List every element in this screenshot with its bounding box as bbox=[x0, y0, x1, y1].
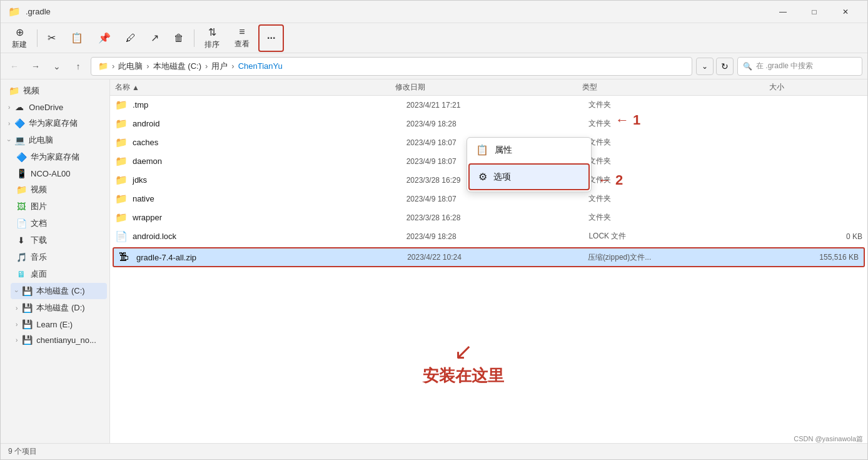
col-header-type[interactable]: 类型 bbox=[582, 82, 769, 93]
view-button[interactable]: ≡ 查看 bbox=[228, 26, 256, 51]
sidebar-item-label: 图片 bbox=[31, 201, 47, 212]
file-date: 2023/4/9 18:07 bbox=[406, 157, 589, 166]
search-box[interactable]: 🔍 在 .gradle 中搜索 bbox=[737, 57, 862, 76]
sidebar-item-label: Learn (E:) bbox=[36, 320, 73, 329]
file-row-native[interactable]: 📁 native 2023/4/9 18:07 文件夹 bbox=[110, 190, 867, 208]
sidebar-item-video2[interactable]: 📁 视频 bbox=[11, 181, 107, 198]
sort-button[interactable]: ⇅ 排序 bbox=[198, 26, 226, 51]
minimize-button[interactable]: — bbox=[769, 1, 797, 23]
address-folder-icon: 📁 bbox=[98, 61, 108, 71]
file-name: native bbox=[133, 194, 406, 203]
refresh-button[interactable]: ↻ bbox=[716, 58, 734, 75]
sort-icon: ⇅ bbox=[208, 26, 216, 38]
cut-icon: ✂ bbox=[48, 32, 56, 44]
col-header-name[interactable]: 名称 ▲ bbox=[115, 82, 395, 93]
file-type: 压缩(zipped)文件... bbox=[588, 252, 769, 263]
sidebar-item-onedrive[interactable]: › ☁ OneDrive bbox=[3, 100, 107, 115]
sort-asc-icon: ▲ bbox=[132, 83, 139, 92]
col-header-size[interactable]: 大小 bbox=[769, 82, 862, 93]
file-date: 2023/4/9 18:07 bbox=[406, 195, 589, 203]
file-date: 2023/3/28 16:29 bbox=[406, 176, 589, 185]
sidebar-item-thispc[interactable]: › 💻 此电脑 bbox=[3, 132, 107, 148]
address-bar[interactable]: 📁 › 此电脑 › 本地磁盘 (C:) › 用户 › ChenTianYu bbox=[91, 57, 692, 76]
file-size: 155,516 KB bbox=[769, 253, 859, 262]
address-bar-right: ⌄ ↻ bbox=[696, 58, 734, 75]
thispc-children: 🔷 华为家庭存储 📱 NCO-AL00 📁 视频 🖼 图片 📄 文 bbox=[1, 149, 109, 347]
file-icon: 📄 bbox=[115, 230, 128, 242]
sidebar-item-videos[interactable]: 📁 视频 bbox=[3, 83, 107, 99]
folder-icon: 📁 bbox=[115, 193, 128, 205]
expand-icon: › bbox=[8, 120, 10, 127]
folder-icon: 📁 bbox=[115, 118, 128, 130]
sidebar-item-cdrive[interactable]: › 💾 本地磁盘 (C:) bbox=[11, 283, 107, 299]
sidebar-item-pictures[interactable]: 🖼 图片 bbox=[11, 198, 107, 215]
ddrive-icon: 💾 bbox=[21, 303, 33, 313]
maximize-button[interactable]: □ bbox=[800, 1, 829, 23]
forward-button[interactable]: → bbox=[27, 58, 44, 75]
col-header-date[interactable]: 修改日期 bbox=[395, 82, 582, 93]
sidebar-item-label: 视频 bbox=[23, 85, 39, 96]
copy-button[interactable]: 📋 bbox=[64, 26, 89, 51]
view-label: 查看 bbox=[235, 39, 250, 49]
file-row-gradle-zip[interactable]: 🗜 gradle-7.4-all.zip 2023/4/22 10:24 压缩(… bbox=[113, 247, 865, 267]
sidebar-item-label: 华为家庭存储 bbox=[29, 118, 78, 129]
address-dropdown-button[interactable]: ⌄ bbox=[696, 58, 714, 75]
more-button[interactable]: ··· bbox=[260, 26, 283, 51]
paste-icon: 📌 bbox=[98, 32, 111, 44]
recent-button[interactable]: ⌄ bbox=[48, 58, 66, 75]
paste-button[interactable]: 📌 bbox=[92, 26, 117, 51]
sidebar-item-music[interactable]: 🎵 音乐 bbox=[11, 249, 107, 265]
file-name: .tmp bbox=[133, 100, 406, 110]
new-button[interactable]: ⊕ 新建 bbox=[6, 26, 33, 51]
sidebar-item-chentianyu[interactable]: › 💾 chentianyu_no... bbox=[11, 332, 107, 347]
file-name: android bbox=[133, 119, 406, 128]
sidebar-item-label: chentianyu_no... bbox=[36, 335, 96, 345]
new-icon: ⊕ bbox=[16, 26, 24, 38]
back-button[interactable]: ← bbox=[6, 58, 23, 75]
column-headers: 名称 ▲ 修改日期 类型 大小 bbox=[110, 79, 867, 96]
sidebar-item-huawei2[interactable]: 🔷 华为家庭存储 bbox=[11, 149, 107, 165]
expand-icon: › bbox=[6, 139, 13, 141]
file-row-androidlock[interactable]: 📄 android.lock 2023/4/9 18:28 LOCK 文件 0 … bbox=[110, 227, 867, 246]
window-title: .gradle bbox=[26, 7, 51, 16]
sidebar-item-downloads[interactable]: ⬇ 下载 bbox=[11, 232, 107, 248]
file-row-wrapper[interactable]: 📁 wrapper 2023/3/28 16:28 文件夹 bbox=[110, 208, 867, 227]
nco-icon: 📱 bbox=[16, 168, 27, 178]
sidebar-item-huawei[interactable]: › 🔷 华为家庭存储 bbox=[3, 115, 107, 131]
sidebar-item-desktop[interactable]: 🖥 桌面 bbox=[11, 266, 107, 282]
sidebar-item-docs[interactable]: 📄 文档 bbox=[11, 215, 107, 232]
file-date: 2023/4/9 18:28 bbox=[406, 120, 589, 128]
file-row-caches[interactable]: 📁 caches 2023/4/9 18:07 文件夹 bbox=[110, 133, 867, 152]
delete-button[interactable]: 🗑 bbox=[168, 26, 190, 51]
file-row-android[interactable]: 📁 android 2023/4/9 18:28 文件夹 bbox=[110, 115, 867, 133]
file-date: 2023/3/28 16:28 bbox=[406, 213, 589, 222]
sidebar-item-edrive[interactable]: › 💾 Learn (E:) bbox=[11, 317, 107, 332]
file-row-jdks[interactable]: 📁 jdks 2023/3/28 16:29 文件夹 bbox=[110, 171, 867, 190]
sidebar: 📁 视频 › ☁ OneDrive › 🔷 华为家庭存储 › 💻 此电脑 🔷 bbox=[1, 79, 110, 443]
file-type: 文件夹 bbox=[588, 156, 771, 166]
sidebar-item-label: 视频 bbox=[31, 184, 47, 195]
file-row-tmp[interactable]: 📁 .tmp 2023/4/21 17:21 文件夹 bbox=[110, 96, 867, 115]
share-button[interactable]: ↗ bbox=[144, 26, 165, 51]
sidebar-item-nco[interactable]: 📱 NCO-AL00 bbox=[11, 166, 107, 181]
sidebar-item-label: 音乐 bbox=[31, 252, 47, 263]
separator-2 bbox=[194, 29, 194, 47]
file-type: 文件夹 bbox=[588, 137, 771, 148]
sort-label: 排序 bbox=[204, 39, 220, 50]
cdrive-icon: 💾 bbox=[21, 286, 33, 296]
sidebar-item-ddrive[interactable]: › 💾 本地磁盘 (D:) bbox=[11, 300, 107, 316]
zip-icon: 🗜 bbox=[119, 252, 131, 263]
sidebar-item-label: NCO-AL00 bbox=[31, 169, 71, 178]
huawei2-icon: 🔷 bbox=[16, 152, 27, 162]
sidebar-item-label: OneDrive bbox=[29, 103, 63, 112]
rename-icon: 🖊 bbox=[126, 33, 136, 44]
chentianyu-icon: 💾 bbox=[21, 335, 33, 345]
main-content: 📁 视频 › ☁ OneDrive › 🔷 华为家庭存储 › 💻 此电脑 🔷 bbox=[1, 79, 867, 443]
cut-button[interactable]: ✂ bbox=[41, 26, 62, 51]
separator-1 bbox=[37, 29, 38, 47]
close-button[interactable]: ✕ bbox=[831, 1, 860, 23]
up-button[interactable]: ↑ bbox=[69, 58, 87, 75]
rename-button[interactable]: 🖊 bbox=[119, 26, 142, 51]
title-bar-left: 📁 .gradle bbox=[8, 6, 51, 18]
file-row-daemon[interactable]: 📁 daemon 2023/4/9 18:07 文件夹 bbox=[110, 152, 867, 171]
